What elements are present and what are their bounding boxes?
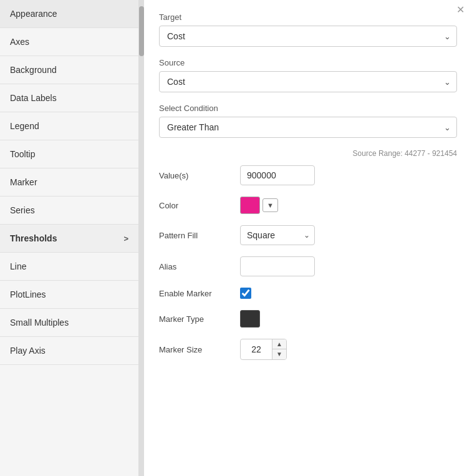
pattern-fill-control: Square ⌄ bbox=[240, 225, 457, 245]
enable-marker-control bbox=[240, 288, 457, 299]
sidebar-item-line[interactable]: Line bbox=[0, 253, 138, 281]
target-select[interactable]: Cost bbox=[159, 26, 457, 47]
alias-field: Alias bbox=[159, 256, 457, 276]
sidebar-item-tooltip[interactable]: Tooltip bbox=[0, 140, 138, 168]
enable-marker-checkbox-wrapper bbox=[240, 288, 251, 299]
enable-marker-checkbox[interactable] bbox=[240, 288, 251, 299]
sidebar-item-plotlines[interactable]: PlotLines bbox=[0, 281, 138, 309]
sidebar-item-legend[interactable]: Legend bbox=[0, 112, 138, 140]
sidebar-item-thresholds[interactable]: Thresholds> bbox=[0, 225, 138, 253]
color-control: ▼ bbox=[240, 197, 457, 214]
condition-select-wrapper: Greater Than ⌄ bbox=[159, 117, 457, 138]
sidebar-item-label-plotlines: PlotLines bbox=[10, 289, 46, 299]
marker-size-label: Marker Size bbox=[159, 345, 240, 354]
sidebar-item-label-play-axis: Play Axis bbox=[10, 346, 46, 356]
sidebar-item-label-series: Series bbox=[10, 205, 35, 215]
pattern-fill-select-wrapper: Square ⌄ bbox=[240, 225, 315, 245]
sidebar-item-label-data-labels: Data Labels bbox=[10, 93, 57, 103]
marker-size-input[interactable] bbox=[241, 341, 272, 358]
values-input[interactable] bbox=[240, 165, 315, 185]
values-label: Value(s) bbox=[159, 171, 240, 180]
sidebar-item-marker[interactable]: Marker bbox=[0, 168, 138, 197]
source-select-wrapper: Cost ⌄ bbox=[159, 71, 457, 92]
marker-type-control bbox=[240, 310, 457, 328]
sidebar-item-label-thresholds: Thresholds bbox=[10, 233, 57, 243]
sidebar-item-label-legend: Legend bbox=[10, 121, 39, 131]
marker-type-label: Marker Type bbox=[159, 314, 240, 324]
main-panel: ✕ Target Cost ⌄ Source Cost ⌄ Select Con… bbox=[144, 0, 472, 476]
sidebar-item-label-marker: Marker bbox=[10, 177, 37, 187]
enable-marker-field: Enable Marker bbox=[159, 288, 457, 299]
sidebar-item-label-small-multiples: Small Multiples bbox=[10, 318, 69, 328]
sidebar-item-label-line: Line bbox=[10, 261, 26, 271]
sidebar-item-series[interactable]: Series bbox=[0, 197, 138, 225]
marker-size-decrement-button[interactable]: ▼ bbox=[272, 349, 286, 359]
scrollbar-thumb[interactable] bbox=[139, 6, 144, 56]
pattern-fill-field: Pattern Fill Square ⌄ bbox=[159, 225, 457, 245]
scrollbar-track[interactable] bbox=[139, 0, 144, 476]
alias-input[interactable] bbox=[240, 256, 315, 276]
sidebar: AppearanceAxesBackgroundData LabelsLegen… bbox=[0, 0, 139, 476]
marker-type-field: Marker Type bbox=[159, 310, 457, 328]
sidebar-item-small-multiples[interactable]: Small Multiples bbox=[0, 309, 138, 337]
marker-size-control: ▲ ▼ bbox=[240, 339, 457, 360]
color-field: Color ▼ bbox=[159, 197, 457, 214]
target-label: Target bbox=[159, 12, 457, 22]
color-swatch[interactable] bbox=[240, 197, 260, 214]
source-select[interactable]: Cost bbox=[159, 71, 457, 92]
source-range-label: Source Range: 44277 - 921454 bbox=[159, 149, 457, 158]
marker-size-spinner: ▲ ▼ bbox=[240, 339, 287, 360]
sidebar-item-label-background: Background bbox=[10, 65, 57, 75]
alias-control bbox=[240, 256, 457, 276]
close-button[interactable]: ✕ bbox=[456, 5, 465, 15]
sidebar-item-data-labels[interactable]: Data Labels bbox=[0, 84, 138, 112]
sidebar-item-label-tooltip: Tooltip bbox=[10, 149, 35, 159]
pattern-fill-label: Pattern Fill bbox=[159, 231, 240, 240]
source-label: Source bbox=[159, 58, 457, 67]
marker-size-spinner-buttons: ▲ ▼ bbox=[272, 339, 286, 359]
sidebar-item-chevron-thresholds: > bbox=[123, 234, 128, 243]
source-field-group: Source Cost ⌄ bbox=[159, 58, 457, 92]
sidebar-item-appearance[interactable]: Appearance bbox=[0, 0, 138, 28]
marker-size-field: Marker Size ▲ ▼ bbox=[159, 339, 457, 360]
target-field-group: Target Cost ⌄ bbox=[159, 12, 457, 47]
enable-marker-label: Enable Marker bbox=[159, 289, 240, 298]
sidebar-item-axes[interactable]: Axes bbox=[0, 28, 138, 56]
sidebar-item-play-axis[interactable]: Play Axis bbox=[0, 337, 138, 365]
color-swatch-wrapper: ▼ bbox=[240, 197, 278, 214]
condition-field-group: Select Condition Greater Than ⌄ bbox=[159, 104, 457, 138]
marker-type-swatch[interactable] bbox=[240, 310, 260, 328]
sidebar-item-background[interactable]: Background bbox=[0, 56, 138, 84]
marker-size-increment-button[interactable]: ▲ bbox=[272, 339, 286, 349]
condition-label: Select Condition bbox=[159, 104, 457, 113]
pattern-fill-select[interactable]: Square bbox=[240, 225, 315, 245]
sidebar-item-label-appearance: Appearance bbox=[10, 9, 57, 19]
values-field: Value(s) bbox=[159, 165, 457, 185]
color-label: Color bbox=[159, 201, 240, 210]
sidebar-item-label-axes: Axes bbox=[10, 37, 29, 47]
condition-select[interactable]: Greater Than bbox=[159, 117, 457, 138]
values-control bbox=[240, 165, 457, 185]
target-select-wrapper: Cost ⌄ bbox=[159, 26, 457, 47]
alias-label: Alias bbox=[159, 262, 240, 271]
color-dropdown-button[interactable]: ▼ bbox=[262, 198, 278, 212]
